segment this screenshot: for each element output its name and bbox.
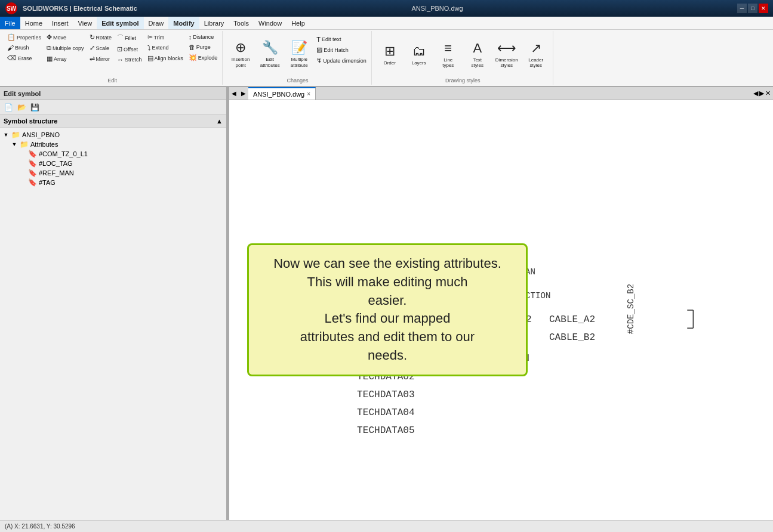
insertion-point-button[interactable]: ⊕ Insertion point [226,32,255,76]
update-dimension-button[interactable]: ↯ Update dimension [314,55,369,66]
line-types-button[interactable]: ≡ Line types [434,32,463,76]
menu-file[interactable]: File [0,17,20,29]
brush-button[interactable]: 🖌 Brush [5,43,44,52]
line-types-icon: ≡ [444,41,452,56]
menu-home[interactable]: Home [20,17,47,29]
ribbon-edit-buttons: 📋 Properties 🖌 Brush ⌫ Erase ✥ [5,32,220,76]
menu-modify[interactable]: Modify [168,17,199,29]
edit-hatch-button[interactable]: ▨ Edit Hatch [314,45,369,55]
tab-ansi-pbno[interactable]: ANSI_PBNO.dwg × [248,87,316,100]
tree-item-ref-man[interactable]: 🔖 #REF_MAN [19,168,224,178]
tree-attributes-label: Attributes [30,141,58,148]
extend-button[interactable]: ⤵ Extend [145,43,186,52]
maximize-button[interactable]: □ [748,4,757,13]
fillet-icon: ⌒ [117,33,124,42]
erase-button[interactable]: ⌫ Erase [5,53,44,63]
move-button[interactable]: ✥ Move [44,32,87,42]
tree-item-root[interactable]: ▼ 📁 ANSI_PBNO [2,130,224,140]
collapse-icon[interactable]: ▲ [216,117,223,125]
array-icon: ▦ [47,55,53,63]
explode-icon: 💥 [189,54,197,61]
menu-tools[interactable]: Tools [229,17,254,29]
erase-icon: ⌫ [7,54,17,62]
ribbon-group-drawing-styles: ⊞ Order 🗂 Layers ≡ Line types A Text sty… [373,31,553,85]
distance-icon: ↕ [189,33,192,41]
purge-button[interactable]: 🗑 Purge [186,42,220,52]
multiple-attribute-button[interactable]: 📝 Multiple attribute [285,32,313,76]
right-content: ◀ ▶ ANSI_PBNO.dwg × ◀ ▶ ✕ #COM_TZ_0_L1 #… [229,87,773,520]
title-bar: SW SOLIDWORKS | Electrical Schematic ANS… [0,0,773,17]
order-button[interactable]: ⊞ Order [375,32,404,76]
tree-ref-man-label: #REF_MAN [39,169,74,177]
tooltip-line5: Let's find our mapped [325,311,451,326]
tooltip-line1: Now we can see the existing [273,256,440,271]
rotate-button[interactable]: ↻ Rotate [87,32,115,42]
tree-item-tag[interactable]: 🔖 #TAG [19,178,224,187]
tab-close-icon[interactable]: × [307,91,310,97]
edit-group-title: Edit [5,78,220,83]
menu-draw[interactable]: Draw [144,17,169,29]
tree-item-attributes[interactable]: ▼ 📁 Attributes [11,140,224,149]
tree-item-loc-tag[interactable]: 🔖 #LOC_TAG [19,159,224,168]
tooltip-box: Now we can see the existing attributes. … [247,243,528,376]
tab-nav-left[interactable]: ◀ [229,87,239,100]
offset-button[interactable]: ⊡ Offset [115,44,144,54]
status-bar: (A) X: 21.6631, Y: 30.5296 [0,520,773,532]
distance-button[interactable]: ↕ Distance [186,32,220,42]
properties-button[interactable]: 📋 Properties [5,32,44,42]
leader-styles-button[interactable]: ↗ Leader styles [522,32,550,76]
tree-root-label: ANSI_PBNO [22,131,60,138]
edit-col4: ⌒ Fillet ⊡ Offset ↔ Stretch [115,32,144,76]
edit-attributes-icon: 🔧 [262,40,278,55]
nav-close-icon[interactable]: ✕ [765,89,771,97]
menu-edit-symbol[interactable]: Edit symbol [97,17,143,29]
edit-col1: 📋 Properties 🖌 Brush ⌫ Erase [5,32,44,76]
layers-icon: 🗂 [412,44,426,59]
text-styles-button[interactable]: A Text styles [463,32,492,76]
trim-button[interactable]: ✂ Trim [145,32,186,42]
align-blocks-button[interactable]: ▤ Align blocks [145,53,186,63]
close-button[interactable]: ✕ [759,4,768,13]
main-area: Edit symbol 📄 📂 💾 Symbol structure ▲ ▼ 📁… [0,87,773,520]
scale-button[interactable]: ⤢ Scale [87,43,115,53]
explode-button[interactable]: 💥 Explode [186,52,220,63]
tree-com-tz-label: #COM_TZ_0_L1 [39,150,88,157]
menu-view[interactable]: View [73,17,97,29]
menu-help[interactable]: Help [287,17,310,29]
save-icon-btn[interactable]: 💾 [29,101,41,113]
drawing-canvas[interactable]: #COM_TZ_0_L1 #CDE_SC_B1 #LOC_TAG ZONE SN… [229,100,773,520]
edit-text-icon: T [316,36,321,43]
drawing-styles-group-title: Drawing styles [375,78,550,83]
multiple-attribute-icon: 📝 [291,40,307,55]
nav-prev-icon[interactable]: ◀ [753,89,758,97]
title-center: ANSI_PBNO.dwg [137,5,737,12]
symbol-structure-header: Symbol structure ▲ [0,115,226,128]
order-icon: ⊞ [384,44,395,59]
properties-icon: 📋 [7,33,16,41]
scale-icon: ⤢ [90,44,95,52]
stretch-button[interactable]: ↔ Stretch [115,55,144,64]
menu-window[interactable]: Window [254,17,287,29]
open-icon-btn[interactable]: 📂 [16,101,27,113]
label-cable-b2: CABLE_B2 [549,332,595,343]
fillet-button[interactable]: ⌒ Fillet [115,32,144,44]
tab-nav-right[interactable]: ▶ [239,87,248,100]
update-dimension-icon: ↯ [316,57,322,64]
menu-insert[interactable]: Insert [47,17,73,29]
ribbon-drawing-styles-buttons: ⊞ Order 🗂 Layers ≡ Line types A Text sty… [375,32,550,76]
nav-next-icon[interactable]: ▶ [759,89,764,97]
minimize-button[interactable]: ─ [737,4,747,13]
new-icon-btn[interactable]: 📄 [2,101,14,113]
coordinates-display: (A) X: 21.6631, Y: 30.5296 [5,523,75,530]
mirror-button[interactable]: ⇌ Mirror [87,54,115,64]
dimension-styles-button[interactable]: ⟷ Dimension styles [492,32,521,76]
edit-attributes-button[interactable]: 🔧 Edit attributes [255,32,284,76]
tree-item-com-tz[interactable]: 🔖 #COM_TZ_0_L1 [19,149,224,159]
menu-library[interactable]: Library [199,17,229,29]
layers-button[interactable]: 🗂 Layers [405,32,433,76]
dimension-styles-icon: ⟷ [497,41,516,56]
edit-text-button[interactable]: T Edit text [314,35,369,44]
array-button[interactable]: ▦ Array [44,54,87,64]
mirror-icon: ⇌ [90,55,95,63]
multiple-copy-button[interactable]: ⧉ Multiple copy [44,43,87,53]
